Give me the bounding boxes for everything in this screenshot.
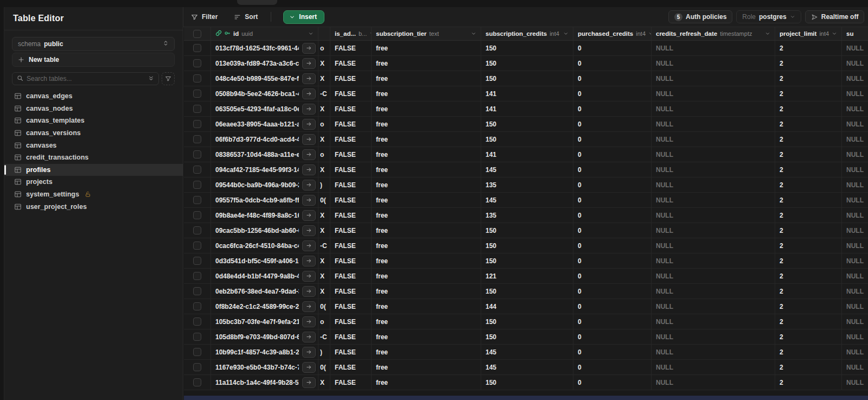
cell-purchased-credits[interactable]: 0	[573, 41, 652, 55]
cell-purchased-credits[interactable]: 0	[573, 177, 652, 192]
cell-credits-refresh-date[interactable]: NULL	[652, 345, 775, 359]
cell-truncated[interactable]: -C	[318, 238, 330, 253]
cell-is-admin[interactable]: FALSE	[330, 284, 372, 299]
cell-credits-refresh-date[interactable]: NULL	[652, 208, 775, 223]
column-header-project_limit[interactable]: project_limit int4	[775, 27, 842, 40]
cell-project-limit[interactable]: 2	[775, 177, 842, 192]
cell-purchased-credits[interactable]: 0	[573, 193, 652, 207]
cell-truncated[interactable]: o	[318, 117, 330, 131]
column-header-is_ad...[interactable]: is_ad... b...	[330, 27, 372, 40]
row-checkbox[interactable]	[193, 120, 201, 128]
row-checkbox[interactable]	[193, 90, 201, 98]
cell-is-admin[interactable]: FALSE	[330, 71, 372, 86]
cell-is-admin[interactable]: FALSE	[330, 208, 372, 223]
expand-row-button[interactable]	[302, 134, 316, 145]
chevron-down-icon[interactable]	[471, 31, 476, 36]
cell-purchased-credits[interactable]: 0	[573, 345, 652, 359]
cell-is-admin[interactable]: FALSE	[330, 329, 372, 344]
cell-subscription-tier[interactable]: free	[372, 375, 481, 390]
cell-is-admin[interactable]: FALSE	[330, 345, 372, 359]
cell-subscription-credits[interactable]: 150	[481, 375, 573, 390]
cell-truncated[interactable]: X	[318, 208, 330, 223]
cell-id[interactable]: 06f6b7d3-977d-4cd0-acd4-4a78...	[211, 132, 318, 147]
sidebar-item-canvas_templates[interactable]: canvas_templates	[4, 115, 183, 127]
cell-credits-refresh-date[interactable]: NULL	[652, 223, 775, 238]
cell-last-column[interactable]: NULL	[842, 162, 868, 177]
cell-is-admin[interactable]: FALSE	[330, 132, 372, 147]
cell-subscription-tier[interactable]: free	[372, 193, 481, 207]
cell-last-column[interactable]: NULL	[842, 208, 868, 223]
cell-is-admin[interactable]: FALSE	[330, 86, 372, 101]
cell-last-column[interactable]: NULL	[842, 177, 868, 192]
cell-truncated[interactable]: )	[318, 345, 330, 359]
role-select-button[interactable]: Role postgres	[736, 10, 801, 23]
cell-subscription-credits[interactable]: 141	[481, 147, 573, 162]
search-tables-field[interactable]	[12, 72, 159, 85]
cell-subscription-tier[interactable]: free	[372, 345, 481, 359]
cell-subscription-credits[interactable]: 141	[481, 86, 573, 101]
cell-purchased-credits[interactable]: 0	[573, 86, 652, 101]
row-checkbox[interactable]	[193, 318, 201, 326]
cell-last-column[interactable]: NULL	[842, 117, 868, 131]
cell-truncated[interactable]: X	[318, 284, 330, 299]
cell-subscription-tier[interactable]: free	[372, 117, 481, 131]
cell-truncated[interactable]: X	[318, 71, 330, 86]
sidebar-item-canvas_nodes[interactable]: canvas_nodes	[4, 103, 183, 115]
cell-last-column[interactable]: NULL	[842, 269, 868, 283]
cell-id[interactable]: 048c4e50-b989-455e-847e-fb2f...	[211, 71, 318, 86]
cell-is-admin[interactable]: FALSE	[330, 314, 372, 329]
cell-project-limit[interactable]: 2	[775, 101, 842, 116]
cell-project-limit[interactable]: 2	[775, 329, 842, 344]
cell-project-limit[interactable]: 2	[775, 208, 842, 223]
cell-credits-refresh-date[interactable]: NULL	[652, 162, 775, 177]
cell-truncated[interactable]: X	[318, 132, 330, 147]
cell-truncated[interactable]: X	[318, 223, 330, 238]
cell-last-column[interactable]: NULL	[842, 314, 868, 329]
expand-row-button[interactable]	[302, 347, 316, 358]
cell-id[interactable]: 09cac5bb-1256-46bd-ab60-64ed...	[211, 223, 318, 238]
cell-project-limit[interactable]: 2	[775, 299, 842, 314]
expand-row-button[interactable]	[302, 180, 316, 191]
cell-truncated[interactable]: -C	[318, 86, 330, 101]
cell-credits-refresh-date[interactable]: NULL	[652, 41, 775, 55]
cell-is-admin[interactable]: FALSE	[330, 299, 372, 314]
cell-subscription-credits[interactable]: 144	[481, 299, 573, 314]
cell-last-column[interactable]: NULL	[842, 223, 868, 238]
row-checkbox[interactable]	[193, 348, 201, 356]
cell-subscription-tier[interactable]: free	[372, 162, 481, 177]
cell-last-column[interactable]: NULL	[842, 238, 868, 253]
cell-id[interactable]: 0eb2b676-38ed-4ea7-9dad-38e6...	[211, 284, 318, 299]
cell-credits-refresh-date[interactable]: NULL	[652, 284, 775, 299]
filter-button[interactable]: Filter	[191, 13, 218, 21]
cell-subscription-tier[interactable]: free	[372, 269, 481, 283]
cell-truncated[interactable]: 0(	[318, 193, 330, 207]
expand-row-button[interactable]	[302, 332, 316, 342]
cell-last-column[interactable]: NULL	[842, 132, 868, 147]
cell-subscription-tier[interactable]: free	[372, 56, 481, 71]
row-checkbox[interactable]	[193, 287, 201, 295]
cell-subscription-credits[interactable]: 150	[481, 314, 573, 329]
sort-button[interactable]: Sort	[234, 13, 258, 21]
cell-id[interactable]: 09544b0c-ba9b-496a-9b09-244...	[211, 177, 318, 192]
cell-truncated[interactable]: 0(	[318, 360, 330, 374]
cell-subscription-credits[interactable]: 150	[481, 71, 573, 86]
cell-project-limit[interactable]: 2	[775, 41, 842, 55]
cell-subscription-tier[interactable]: free	[372, 223, 481, 238]
cell-subscription-credits[interactable]: 150	[481, 284, 573, 299]
cell-subscription-tier[interactable]: free	[372, 208, 481, 223]
sidebar-item-user_project_roles[interactable]: user_project_roles	[4, 200, 183, 213]
cell-id[interactable]: 1167e930-e5b0-43b7-b74c-788c9...	[211, 360, 318, 374]
cell-is-admin[interactable]: FALSE	[330, 101, 372, 116]
cell-is-admin[interactable]: FALSE	[330, 117, 372, 131]
cell-subscription-credits[interactable]: 145	[481, 193, 573, 207]
cell-truncated[interactable]: X	[318, 253, 330, 268]
cell-credits-refresh-date[interactable]: NULL	[652, 360, 775, 374]
cell-credits-refresh-date[interactable]: NULL	[652, 71, 775, 86]
expand-row-button[interactable]	[302, 286, 316, 297]
cell-id[interactable]: 10b99c1f-4857-4c39-a8b1-263b8...	[211, 345, 318, 359]
cell-truncated[interactable]: X	[318, 56, 330, 71]
cell-project-limit[interactable]: 2	[775, 238, 842, 253]
sidebar-item-canvases[interactable]: canvases	[4, 139, 183, 151]
cell-is-admin[interactable]: FALSE	[330, 375, 372, 390]
expand-row-button[interactable]	[302, 362, 316, 373]
